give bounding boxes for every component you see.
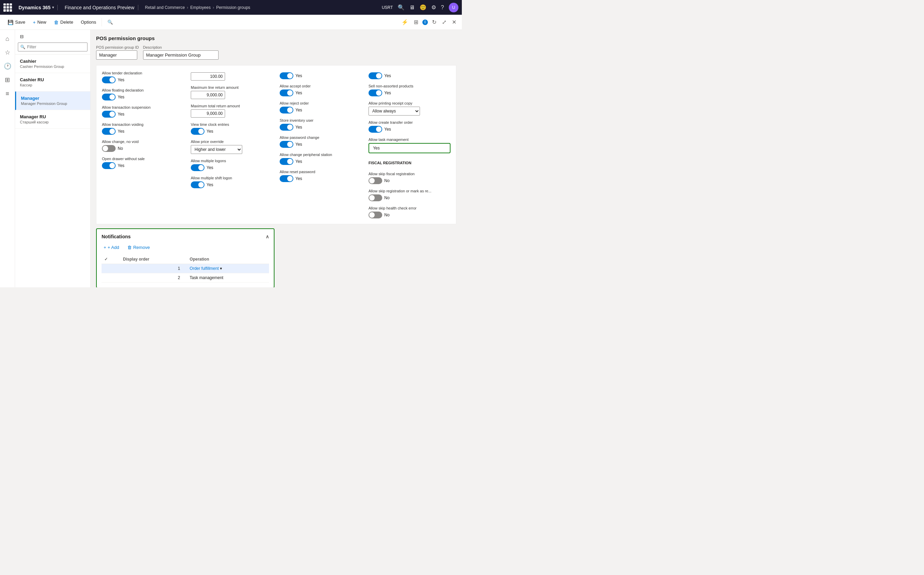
avatar[interactable]: U <box>449 3 459 12</box>
settings-icon[interactable]: ⚙ <box>431 4 436 11</box>
delete-button[interactable]: 🗑 Delete <box>51 17 77 27</box>
perm-col3-first-text: Yes <box>295 73 302 78</box>
perm-create-transfer-toggle[interactable] <box>368 126 382 133</box>
perm-price-override-select[interactable]: Higher and lower Higher only Lower only … <box>191 145 242 154</box>
id-desc-row: POS permission group ID Description <box>96 45 456 60</box>
notif-row-1[interactable]: 1 Order fulfillment ▾ <box>102 264 269 273</box>
list-item-manager-name: Manager <box>21 96 85 101</box>
perm-tender-toggle[interactable] <box>102 76 116 83</box>
perm-max-amount-input[interactable] <box>191 72 225 81</box>
toolbar-search-button[interactable]: 🔍 <box>104 17 116 27</box>
brand[interactable]: Dynamics 365 ▾ <box>15 5 57 10</box>
perm-reset-password-toggle[interactable] <box>280 175 293 182</box>
perm-time-clock-toggle[interactable] <box>191 128 204 135</box>
perm-floating-value: Yes <box>102 94 184 100</box>
perm-printing-receipt-select[interactable]: Allow always Never Ask <box>368 106 420 116</box>
perm-price-override: Allow price override Higher and lower Hi… <box>191 140 273 154</box>
perm-floating-toggle[interactable] <box>102 94 116 100</box>
monitor-icon[interactable]: 🖥 <box>409 5 415 11</box>
breadcrumb-employees[interactable]: Employees <box>190 5 211 10</box>
perm-store-inventory-toggle[interactable] <box>280 124 293 131</box>
desc-input[interactable] <box>143 51 218 60</box>
perm-col4-first-toggle[interactable] <box>368 72 382 79</box>
perm-price-override-label: Allow price override <box>191 140 273 144</box>
expand-icon[interactable]: ⤢ <box>441 17 448 27</box>
windows-icon[interactable]: ⊞ <box>413 17 420 27</box>
notif-table: ✓ Display order Operation 1 Order fulfil… <box>102 255 269 283</box>
perm-create-transfer-label: Allow create transfer order <box>368 120 451 124</box>
perm-reset-password: Allow reset password Yes <box>280 170 362 182</box>
perm-tender-text: Yes <box>118 78 124 82</box>
notifications-collapse-icon[interactable]: ∧ <box>266 234 269 239</box>
perm-reject-order-toggle[interactable] <box>280 106 293 113</box>
perm-change-peripheral: Allow change peripheral station Yes <box>280 152 362 165</box>
smiley-icon[interactable]: 🙂 <box>420 4 427 11</box>
perm-password-change-toggle[interactable] <box>280 141 293 148</box>
clock-icon[interactable]: 🕐 <box>2 60 14 72</box>
perm-sell-non-assorted-label: Sell non-assorted products <box>368 84 451 88</box>
filter-button[interactable]: ⊟ <box>18 33 26 40</box>
perm-accept-order-toggle[interactable] <box>280 89 293 96</box>
list-item-manager-ru-name: Manager RU <box>20 114 85 119</box>
fiscal-registration-header: FISCAL REGISTRATION <box>368 161 451 165</box>
perm-max-line-return-input[interactable] <box>191 91 225 99</box>
perm-accept-order-value: Yes <box>280 89 362 96</box>
perm-password-change-value: Yes <box>280 141 362 148</box>
perm-max-total-return-input[interactable] <box>191 110 225 118</box>
perm-suspension-toggle[interactable] <box>102 111 116 118</box>
notif-row1-operation-link[interactable]: Order fulfillment <box>190 266 219 271</box>
list-item-cashier-ru[interactable]: Cashier RU Кассир <box>15 73 90 92</box>
notif-row2-operation: Task management <box>187 273 269 283</box>
home-icon[interactable]: ⌂ <box>2 33 14 45</box>
list-item-manager[interactable]: Manager Manager Permission Group <box>15 92 90 110</box>
breadcrumb: Retail and Commerce › Employees › Permis… <box>142 5 378 10</box>
main-layout: ⌂ ☆ 🕐 ⊞ ≡ ⊟ 🔍 Cashier Cashier Permission… <box>0 30 462 288</box>
notif-row-2[interactable]: 2 Task management <box>102 273 269 283</box>
list-icon[interactable]: ≡ <box>2 87 14 100</box>
perm-col-3: Yes Allow accept order Yes Allow reject … <box>280 71 362 218</box>
id-input[interactable] <box>96 51 137 60</box>
grid-icon[interactable]: ⊞ <box>2 74 14 86</box>
close-icon[interactable]: ✕ <box>451 17 458 27</box>
breadcrumb-permission-groups[interactable]: Permission groups <box>216 5 250 10</box>
list-item-manager-ru[interactable]: Manager RU Старший кассир <box>15 110 90 129</box>
notification-badge[interactable]: 0 <box>422 19 428 25</box>
notif-remove-label: Remove <box>133 245 150 250</box>
notifications-section: Notifications ∧ + + Add 🗑 Remove ✓ Displ… <box>96 228 274 288</box>
perm-floating-text: Yes <box>118 95 124 99</box>
notif-row1-dropdown-icon[interactable]: ▾ <box>220 266 222 271</box>
perm-change-no-void-toggle[interactable] <box>102 145 116 152</box>
star-icon[interactable]: ☆ <box>2 46 14 59</box>
perm-voiding-toggle[interactable] <box>102 128 116 135</box>
perm-skip-fiscal-toggle[interactable] <box>368 177 382 184</box>
list-item-cashier[interactable]: Cashier Cashier Permission Group <box>15 54 90 73</box>
save-button[interactable]: 💾 Save <box>4 17 29 27</box>
perm-open-drawer-toggle[interactable] <box>102 162 116 169</box>
perm-multiple-logons-toggle[interactable] <box>191 164 204 171</box>
notif-remove-button[interactable]: 🗑 Remove <box>125 243 152 251</box>
perm-create-transfer: Allow create transfer order Yes <box>368 120 451 133</box>
notif-row1-operation: Order fulfillment ▾ <box>187 264 269 273</box>
perm-skip-health-check-toggle[interactable] <box>368 211 382 218</box>
perm-task-management-value: Yes <box>368 143 451 153</box>
app-launcher-icon[interactable] <box>3 3 12 12</box>
perm-password-change-label: Allow password change <box>280 135 362 140</box>
save-icon: 💾 <box>8 19 13 25</box>
perm-sell-non-assorted-toggle[interactable] <box>368 89 382 96</box>
help-icon[interactable]: ? <box>441 5 444 11</box>
perm-voiding-text: Yes <box>118 129 124 134</box>
options-button[interactable]: Options <box>77 17 99 27</box>
perm-change-peripheral-toggle[interactable] <box>280 158 293 165</box>
notif-add-button[interactable]: + + Add <box>102 243 121 251</box>
perm-skip-registration-toggle[interactable] <box>368 194 382 201</box>
breadcrumb-retail[interactable]: Retail and Commerce <box>145 5 185 10</box>
search-icon[interactable]: 🔍 <box>398 4 405 11</box>
power-icon[interactable]: ⚡ <box>400 17 410 27</box>
refresh-icon[interactable]: ↻ <box>431 17 438 27</box>
new-button[interactable]: + New <box>30 17 50 27</box>
perm-col3-first-toggle[interactable] <box>280 72 293 79</box>
perm-multiple-shift-logon-toggle[interactable] <box>191 181 204 188</box>
perm-max-total-return-label: Maximum total return amount <box>191 104 273 108</box>
perm-reset-password-text: Yes <box>295 176 302 181</box>
filter-input[interactable] <box>18 43 88 51</box>
